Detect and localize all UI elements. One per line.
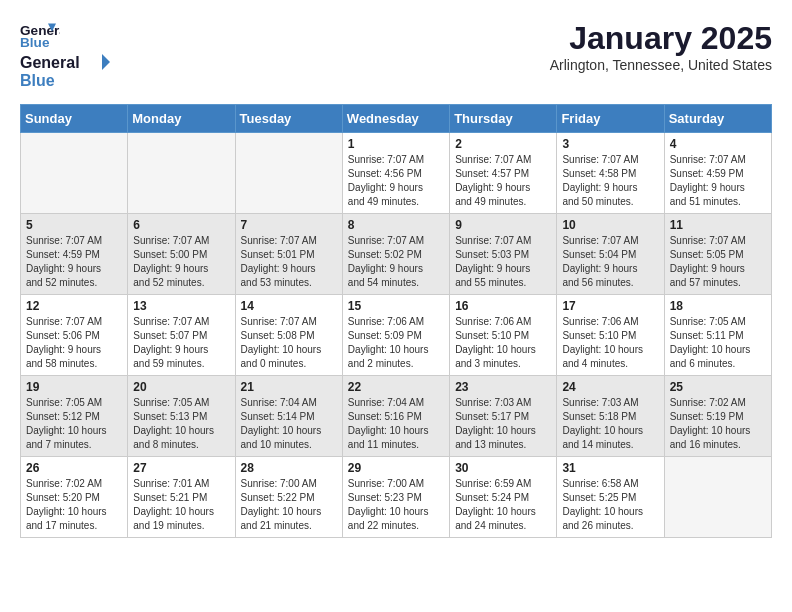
day-number: 6 — [133, 218, 229, 232]
page-header: General Blue General Blue January 2025 A… — [20, 20, 772, 92]
table-row: 1Sunrise: 7:07 AMSunset: 4:56 PMDaylight… — [342, 133, 449, 214]
calendar-week-row: 19Sunrise: 7:05 AMSunset: 5:12 PMDayligh… — [21, 376, 772, 457]
day-info: Sunrise: 7:07 AMSunset: 5:02 PMDaylight:… — [348, 234, 444, 290]
day-info: Sunrise: 7:07 AMSunset: 5:06 PMDaylight:… — [26, 315, 122, 371]
day-number: 3 — [562, 137, 658, 151]
day-number: 8 — [348, 218, 444, 232]
day-info: Sunrise: 7:01 AMSunset: 5:21 PMDaylight:… — [133, 477, 229, 533]
table-row: 7Sunrise: 7:07 AMSunset: 5:01 PMDaylight… — [235, 214, 342, 295]
col-saturday: Saturday — [664, 105, 771, 133]
day-info: Sunrise: 7:07 AMSunset: 4:57 PMDaylight:… — [455, 153, 551, 209]
table-row: 2Sunrise: 7:07 AMSunset: 4:57 PMDaylight… — [450, 133, 557, 214]
table-row: 12Sunrise: 7:07 AMSunset: 5:06 PMDayligh… — [21, 295, 128, 376]
table-row: 3Sunrise: 7:07 AMSunset: 4:58 PMDaylight… — [557, 133, 664, 214]
day-number: 4 — [670, 137, 766, 151]
day-number: 24 — [562, 380, 658, 394]
day-info: Sunrise: 7:04 AMSunset: 5:16 PMDaylight:… — [348, 396, 444, 452]
table-row — [235, 133, 342, 214]
svg-text:Blue: Blue — [20, 35, 50, 50]
day-info: Sunrise: 7:07 AMSunset: 5:05 PMDaylight:… — [670, 234, 766, 290]
day-info: Sunrise: 7:07 AMSunset: 5:08 PMDaylight:… — [241, 315, 337, 371]
table-row: 28Sunrise: 7:00 AMSunset: 5:22 PMDayligh… — [235, 457, 342, 538]
day-number: 15 — [348, 299, 444, 313]
col-tuesday: Tuesday — [235, 105, 342, 133]
calendar-week-row: 5Sunrise: 7:07 AMSunset: 4:59 PMDaylight… — [21, 214, 772, 295]
day-number: 19 — [26, 380, 122, 394]
table-row: 5Sunrise: 7:07 AMSunset: 4:59 PMDaylight… — [21, 214, 128, 295]
day-info: Sunrise: 7:07 AMSunset: 4:58 PMDaylight:… — [562, 153, 658, 209]
col-friday: Friday — [557, 105, 664, 133]
calendar-header-row: Sunday Monday Tuesday Wednesday Thursday… — [21, 105, 772, 133]
table-row — [128, 133, 235, 214]
day-number: 7 — [241, 218, 337, 232]
day-number: 17 — [562, 299, 658, 313]
table-row: 17Sunrise: 7:06 AMSunset: 5:10 PMDayligh… — [557, 295, 664, 376]
day-number: 20 — [133, 380, 229, 394]
day-number: 28 — [241, 461, 337, 475]
day-number: 23 — [455, 380, 551, 394]
day-info: Sunrise: 7:07 AMSunset: 5:03 PMDaylight:… — [455, 234, 551, 290]
table-row: 29Sunrise: 7:00 AMSunset: 5:23 PMDayligh… — [342, 457, 449, 538]
day-info: Sunrise: 6:58 AMSunset: 5:25 PMDaylight:… — [562, 477, 658, 533]
logo: General Blue General Blue — [20, 20, 110, 92]
day-info: Sunrise: 7:00 AMSunset: 5:22 PMDaylight:… — [241, 477, 337, 533]
table-row: 6Sunrise: 7:07 AMSunset: 5:00 PMDaylight… — [128, 214, 235, 295]
table-row — [21, 133, 128, 214]
day-number: 9 — [455, 218, 551, 232]
day-info: Sunrise: 7:05 AMSunset: 5:11 PMDaylight:… — [670, 315, 766, 371]
table-row: 26Sunrise: 7:02 AMSunset: 5:20 PMDayligh… — [21, 457, 128, 538]
logo-icon: General Blue — [20, 20, 60, 50]
table-row: 8Sunrise: 7:07 AMSunset: 5:02 PMDaylight… — [342, 214, 449, 295]
calendar-table: Sunday Monday Tuesday Wednesday Thursday… — [20, 104, 772, 538]
table-row: 31Sunrise: 6:58 AMSunset: 5:25 PMDayligh… — [557, 457, 664, 538]
table-row: 21Sunrise: 7:04 AMSunset: 5:14 PMDayligh… — [235, 376, 342, 457]
day-number: 29 — [348, 461, 444, 475]
table-row: 30Sunrise: 6:59 AMSunset: 5:24 PMDayligh… — [450, 457, 557, 538]
day-number: 14 — [241, 299, 337, 313]
calendar-week-row: 26Sunrise: 7:02 AMSunset: 5:20 PMDayligh… — [21, 457, 772, 538]
table-row: 22Sunrise: 7:04 AMSunset: 5:16 PMDayligh… — [342, 376, 449, 457]
day-number: 31 — [562, 461, 658, 475]
day-info: Sunrise: 7:07 AMSunset: 5:01 PMDaylight:… — [241, 234, 337, 290]
day-info: Sunrise: 7:07 AMSunset: 5:00 PMDaylight:… — [133, 234, 229, 290]
day-info: Sunrise: 7:07 AMSunset: 5:04 PMDaylight:… — [562, 234, 658, 290]
day-number: 11 — [670, 218, 766, 232]
table-row: 13Sunrise: 7:07 AMSunset: 5:07 PMDayligh… — [128, 295, 235, 376]
table-row: 9Sunrise: 7:07 AMSunset: 5:03 PMDaylight… — [450, 214, 557, 295]
table-row: 11Sunrise: 7:07 AMSunset: 5:05 PMDayligh… — [664, 214, 771, 295]
day-info: Sunrise: 7:00 AMSunset: 5:23 PMDaylight:… — [348, 477, 444, 533]
svg-text:Blue: Blue — [20, 72, 55, 89]
day-info: Sunrise: 7:06 AMSunset: 5:09 PMDaylight:… — [348, 315, 444, 371]
day-info: Sunrise: 7:07 AMSunset: 4:56 PMDaylight:… — [348, 153, 444, 209]
day-number: 25 — [670, 380, 766, 394]
svg-text:General: General — [20, 54, 80, 71]
day-info: Sunrise: 6:59 AMSunset: 5:24 PMDaylight:… — [455, 477, 551, 533]
day-number: 13 — [133, 299, 229, 313]
day-info: Sunrise: 7:07 AMSunset: 4:59 PMDaylight:… — [26, 234, 122, 290]
svg-marker-5 — [102, 54, 110, 70]
table-row: 27Sunrise: 7:01 AMSunset: 5:21 PMDayligh… — [128, 457, 235, 538]
day-number: 30 — [455, 461, 551, 475]
title-block: January 2025 Arlington, Tennessee, Unite… — [550, 20, 772, 73]
day-info: Sunrise: 7:05 AMSunset: 5:13 PMDaylight:… — [133, 396, 229, 452]
day-number: 16 — [455, 299, 551, 313]
table-row: 14Sunrise: 7:07 AMSunset: 5:08 PMDayligh… — [235, 295, 342, 376]
day-number: 27 — [133, 461, 229, 475]
table-row: 20Sunrise: 7:05 AMSunset: 5:13 PMDayligh… — [128, 376, 235, 457]
day-number: 18 — [670, 299, 766, 313]
table-row: 18Sunrise: 7:05 AMSunset: 5:11 PMDayligh… — [664, 295, 771, 376]
table-row: 24Sunrise: 7:03 AMSunset: 5:18 PMDayligh… — [557, 376, 664, 457]
day-info: Sunrise: 7:03 AMSunset: 5:17 PMDaylight:… — [455, 396, 551, 452]
day-info: Sunrise: 7:04 AMSunset: 5:14 PMDaylight:… — [241, 396, 337, 452]
table-row: 25Sunrise: 7:02 AMSunset: 5:19 PMDayligh… — [664, 376, 771, 457]
day-info: Sunrise: 7:06 AMSunset: 5:10 PMDaylight:… — [562, 315, 658, 371]
day-info: Sunrise: 7:02 AMSunset: 5:19 PMDaylight:… — [670, 396, 766, 452]
day-number: 21 — [241, 380, 337, 394]
table-row: 23Sunrise: 7:03 AMSunset: 5:17 PMDayligh… — [450, 376, 557, 457]
day-number: 12 — [26, 299, 122, 313]
day-number: 2 — [455, 137, 551, 151]
table-row — [664, 457, 771, 538]
calendar-week-row: 1Sunrise: 7:07 AMSunset: 4:56 PMDaylight… — [21, 133, 772, 214]
calendar-title: January 2025 — [550, 20, 772, 57]
calendar-subtitle: Arlington, Tennessee, United States — [550, 57, 772, 73]
